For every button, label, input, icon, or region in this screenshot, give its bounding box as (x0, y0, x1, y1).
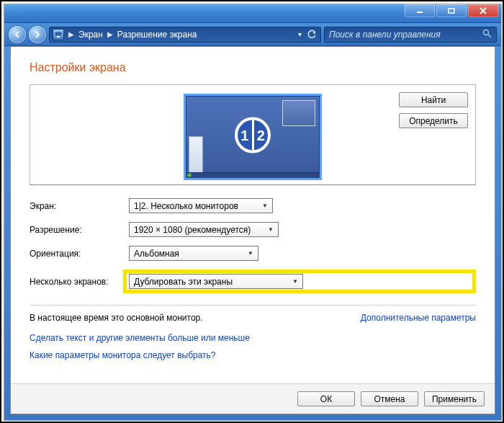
apply-button[interactable]: Применить (424, 391, 485, 406)
refresh-button[interactable] (306, 29, 318, 40)
chevron-right-icon: ▶ (68, 30, 74, 38)
svg-rect-1 (449, 9, 454, 13)
control-panel-window: ▶ Экран ▶ Разрешение экрана ▾ Поиск в па… (4, 4, 501, 420)
svg-rect-0 (417, 12, 423, 13)
maximize-button[interactable] (436, 4, 467, 17)
display-preview: 1 2 Найти Определить (30, 84, 476, 185)
content-panel: Настройки экрана 1 2 Найти Определить (10, 46, 495, 414)
minimize-icon (416, 8, 423, 14)
cancel-button[interactable]: Отмена (361, 391, 418, 406)
address-bar[interactable]: ▶ Экран ▶ Разрешение экрана ▾ (49, 27, 321, 43)
chevron-down-icon: ▼ (290, 277, 300, 286)
multiple-displays-select[interactable]: Дублировать эти экраны ▼ (129, 274, 303, 289)
nav-forward-button[interactable] (29, 26, 46, 43)
close-button[interactable] (468, 4, 498, 17)
mini-window-icon (282, 100, 315, 126)
mini-sidebar-icon (189, 136, 203, 175)
page-title: Настройки экрана (30, 61, 476, 74)
chevron-right-icon: ▶ (107, 30, 113, 38)
titlebar (4, 4, 501, 23)
multiple-displays-value: Дублировать эти экраны (134, 277, 233, 287)
display-select-value: 1|2. Несколько мониторов (134, 201, 238, 211)
svg-line-5 (488, 35, 491, 37)
settings-form: Экран: 1|2. Несколько мониторов ▼ Разреш… (30, 198, 476, 293)
breadcrumb-level1[interactable]: Экран (78, 30, 103, 40)
nav-back-button[interactable] (9, 26, 26, 43)
chevron-down-icon: ▼ (246, 249, 256, 258)
close-icon (479, 7, 487, 14)
search-icon (482, 29, 492, 40)
taskbar-icon (186, 172, 320, 178)
arrow-right-icon (34, 31, 41, 38)
monitor-id-badge: 1 2 (235, 117, 271, 153)
svg-rect-3 (57, 36, 60, 37)
search-input[interactable]: Поиск в панели управления (324, 27, 497, 43)
text-size-link[interactable]: Сделать текст и другие элементы больше и… (30, 333, 476, 343)
chevron-down-icon: ▼ (260, 201, 270, 210)
detect-button[interactable]: Определить (399, 113, 468, 128)
arrow-left-icon (14, 31, 21, 38)
orientation-select-value: Альбомная (134, 249, 179, 259)
display-icon (53, 29, 64, 40)
orientation-label: Ориентация: (30, 249, 129, 259)
breadcrumb-level2[interactable]: Разрешение экрана (117, 30, 197, 40)
resolution-label: Разрешение: (30, 225, 129, 235)
which-monitor-link[interactable]: Какие параметры монитора следует выбрать… (30, 350, 476, 360)
display-label: Экран: (30, 201, 129, 211)
search-placeholder: Поиск в панели управления (329, 30, 441, 40)
minimize-button[interactable] (405, 4, 435, 17)
monitor-number-2: 2 (254, 120, 269, 151)
multiple-displays-highlight: Дублировать эти экраны ▼ (123, 270, 476, 293)
resolution-select-value: 1920 × 1080 (рекомендуется) (134, 225, 251, 235)
display-select[interactable]: 1|2. Несколько мониторов ▼ (129, 198, 273, 213)
svg-rect-2 (55, 32, 62, 36)
ok-button[interactable]: ОК (297, 391, 355, 406)
svg-point-4 (484, 30, 489, 35)
maximize-icon (448, 8, 455, 14)
chevron-down-icon[interactable]: ▾ (298, 30, 302, 38)
navbar: ▶ Экран ▶ Разрешение экрана ▾ Поиск в па… (4, 23, 501, 46)
multiple-displays-label: Несколько экранов: (30, 277, 129, 287)
dialog-footer: ОК Отмена Применить (11, 383, 495, 414)
start-orb-icon (187, 173, 192, 177)
advanced-settings-link[interactable]: Дополнительные параметры (361, 313, 476, 323)
identify-find-button[interactable]: Найти (399, 92, 468, 107)
primary-monitor-status: В настоящее время это основной монитор. (30, 313, 203, 323)
monitor-number-1: 1 (238, 120, 254, 151)
chevron-down-icon: ▼ (266, 225, 276, 234)
orientation-select[interactable]: Альбомная ▼ (129, 246, 258, 261)
separator (30, 305, 476, 306)
refresh-icon (307, 30, 317, 40)
resolution-select[interactable]: 1920 × 1080 (рекомендуется) ▼ (129, 222, 279, 237)
monitor-thumbnail[interactable]: 1 2 (184, 94, 322, 180)
